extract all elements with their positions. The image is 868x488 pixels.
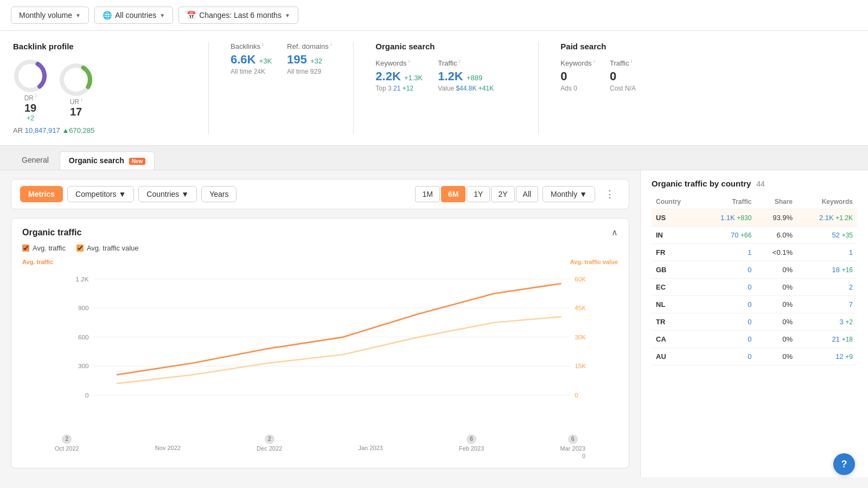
dr-label: DR i (24, 93, 37, 102)
td-country: CA (652, 331, 699, 348)
td-keywords: 1 (797, 244, 857, 261)
organic-keywords-label: Keywords i (375, 59, 423, 67)
period-1y[interactable]: 1Y (467, 186, 490, 202)
ref-domains-metric: Ref. domains i 195 +32 All time 929 (287, 42, 331, 75)
help-button[interactable]: ? (833, 453, 855, 475)
table-row[interactable]: FR1<0.1%1 (652, 244, 857, 261)
td-traffic: 0 (699, 348, 756, 365)
new-badge: New (129, 158, 146, 165)
tab-organic-search[interactable]: Organic search New (60, 151, 155, 170)
table-row[interactable]: AU00%12 +9 (652, 348, 857, 365)
table-row[interactable]: NL00%7 (652, 296, 857, 313)
table-row[interactable]: EC00%2 (652, 279, 857, 296)
paid-traffic: Traffic i 0 Cost N/A (610, 59, 636, 92)
table-row[interactable]: CA00%21 +18 (652, 331, 857, 348)
avg-traffic-value-checkbox[interactable] (76, 245, 84, 252)
period-6m[interactable]: 6M (441, 186, 465, 202)
time-period-buttons: 1M 6M 1Y 2Y All (415, 186, 538, 202)
td-country: IN (652, 227, 699, 244)
countries-label: Countries (146, 190, 179, 198)
organic-traffic-change: +889 (467, 74, 482, 82)
monthly-frequency-btn[interactable]: Monthly ▼ (542, 186, 595, 202)
backlinks-metric: Backlinks i 6.6K +3K All time 24K (231, 42, 272, 75)
countries-filter-arrow: ▼ (181, 190, 189, 198)
col-traffic: Traffic (699, 195, 756, 209)
ref-domains-label: Ref. domains i (287, 42, 331, 50)
paid-keywords-sub: Ads 0 (560, 85, 595, 92)
metrics-btn[interactable]: Metrics (20, 186, 63, 202)
calendar-icon (187, 11, 196, 20)
divider-2 (353, 42, 354, 134)
period-1m[interactable]: 1M (415, 186, 439, 202)
td-keywords: 3 +2 (797, 313, 857, 331)
period-all[interactable]: All (516, 186, 539, 202)
avg-traffic-checkbox[interactable] (22, 245, 29, 252)
ar-row: AR 10,847,917 ▲670,285 (13, 126, 187, 134)
x-bottom-zero: 0 (22, 452, 618, 459)
monthly-volume-label: Monthly volume (19, 11, 72, 20)
organic-traffic-sub: Value $44.8K +41K (438, 85, 494, 92)
td-traffic: 0 (699, 331, 756, 348)
all-countries-label: All countries (115, 11, 156, 20)
legend-row: Avg. traffic Avg. traffic value (22, 244, 618, 252)
paid-traffic-label: Traffic i (610, 59, 636, 67)
table-row[interactable]: GB00%18 +16 (652, 261, 857, 279)
tab-general[interactable]: General (13, 151, 58, 170)
monthly-label: Monthly (551, 190, 577, 198)
chart-card: Organic traffic ∧ Avg. traffic Avg. traf… (11, 218, 629, 468)
metrics-section: Backlink profile DR i 19 +2 (0, 31, 868, 146)
period-2y[interactable]: 2Y (491, 186, 514, 202)
years-btn[interactable]: Years (201, 186, 237, 202)
paid-search-section: Paid search Keywords i 0 Ads 0 Traffic i… (560, 42, 669, 92)
table-row[interactable]: IN70 +666.0%52 +35 (652, 227, 857, 244)
tabs-inner: General Organic search New (13, 151, 855, 170)
svg-text:45K: 45K (575, 304, 586, 311)
avg-traffic-value-legend-label: Avg. traffic value (87, 244, 139, 252)
td-share: 6.0% (756, 227, 797, 244)
svg-text:30K: 30K (575, 333, 586, 341)
ur-donut (59, 62, 93, 97)
competitors-label: Competitors (75, 190, 116, 198)
backlinks-change: +3K (259, 57, 272, 65)
col-share: Share (756, 195, 797, 209)
organic-keywords-value: 2.2K +1.3K (375, 69, 423, 84)
changes-arrow: ▼ (285, 12, 290, 18)
monthly-volume-dropdown[interactable]: Monthly volume ▼ (11, 7, 89, 24)
table-row[interactable]: TR00%3 +2 (652, 313, 857, 331)
paid-traffic-value: 0 (610, 69, 636, 84)
ref-domains-value: 195 +32 (287, 53, 331, 67)
td-traffic: 1.1K +830 (699, 209, 756, 227)
svg-text:600: 600 (78, 333, 89, 341)
more-options-btn[interactable]: ⋮ (599, 185, 620, 203)
td-share: 0% (756, 296, 797, 313)
years-label: Years (209, 190, 228, 198)
all-countries-dropdown[interactable]: All countries ▼ (94, 7, 173, 24)
right-panel: Organic traffic by country 44 Country Tr… (640, 170, 868, 477)
organic-search-title: Organic search (375, 42, 516, 51)
backlink-profile: Backlink profile DR i 19 +2 (13, 42, 187, 134)
organic-keywords: Keywords i 2.2K +1.3K Top 3 21 +12 (375, 59, 423, 92)
td-country: GB (652, 261, 699, 279)
divider-1 (208, 42, 209, 134)
countries-btn[interactable]: Countries ▼ (138, 186, 197, 202)
metrics-label: Metrics (28, 190, 55, 198)
td-share: 0% (756, 331, 797, 348)
country-table-title: Organic traffic by country 44 (652, 179, 765, 188)
table-row[interactable]: US1.1K +83093.9%2.1K +1.2K (652, 209, 857, 227)
td-keywords: 12 +9 (797, 348, 857, 365)
changes-label: Changes: Last 6 months (199, 11, 282, 20)
competitors-btn[interactable]: Competitors ▼ (67, 186, 134, 202)
td-traffic: 0 (699, 279, 756, 296)
col-country: Country (652, 195, 699, 209)
x-axis: 2 Oct 2022 Nov 2022 2 Dec 2022 Jan 2023 (22, 432, 618, 452)
td-share: 0% (756, 348, 797, 365)
collapse-chart-btn[interactable]: ∧ (611, 227, 618, 237)
td-traffic: 0 (699, 313, 756, 331)
x-oct-2022: 2 Oct 2022 (55, 434, 79, 452)
top-bar: Monthly volume ▼ All countries ▼ Changes… (0, 0, 868, 31)
filter-row: Metrics Competitors ▼ Countries ▼ Years … (11, 179, 629, 209)
organic-keywords-change: +1.3K (404, 74, 423, 82)
ur-donut-svg (59, 62, 93, 97)
backlinks-value: 6.6K +3K (231, 53, 272, 67)
changes-dropdown[interactable]: Changes: Last 6 months ▼ (178, 7, 298, 24)
